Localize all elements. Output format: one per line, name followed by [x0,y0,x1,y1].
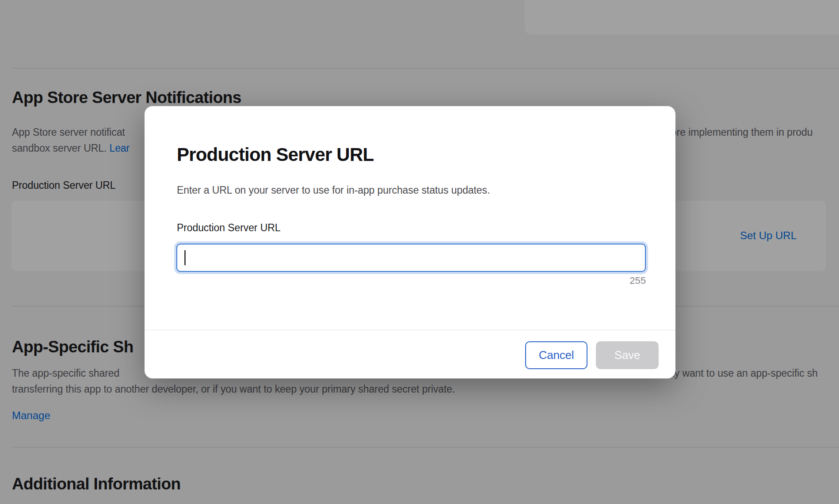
dialog-description: Enter a URL on your server to use for in… [177,184,490,196]
save-button[interactable]: Save [596,341,659,369]
production-server-url-input[interactable] [176,244,646,272]
text-caret [184,250,186,265]
cancel-button[interactable]: Cancel [525,341,587,369]
dialog-title: Production Server URL [177,144,374,165]
dialog-footer-divider [145,330,675,330]
app-store-connect-page: App Store Server Notifications App Store… [0,0,839,504]
character-counter: 255 [629,275,646,286]
production-server-url-field-label: Production Server URL [177,222,280,234]
production-server-url-dialog: Production Server URL Enter a URL on you… [145,106,675,378]
